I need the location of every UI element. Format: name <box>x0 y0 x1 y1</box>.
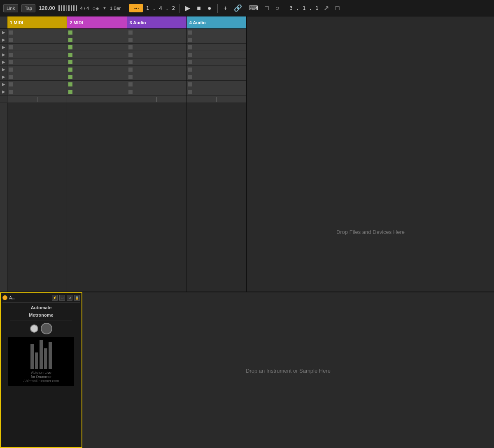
key-map-button[interactable]: ⌨ <box>247 3 260 13</box>
clip-icon <box>68 30 72 35</box>
clip-slot-2-9[interactable] <box>67 88 126 96</box>
clip-slot-3-2[interactable] <box>127 36 186 44</box>
clip-icon <box>128 68 133 72</box>
track-header-4[interactable]: 4 Audio <box>187 16 247 28</box>
metro-indicator <box>58 5 77 11</box>
play-button[interactable]: ▶ <box>184 3 192 13</box>
clip-slot-1-5[interactable] <box>7 58 67 66</box>
scene-arrow-10[interactable] <box>0 96 7 103</box>
drum-text-2: for Drummer <box>31 375 52 379</box>
device-icon-4[interactable]: 🔒 <box>74 295 80 301</box>
clip-slot-4-1[interactable] <box>187 29 246 36</box>
clip-slot-3-3[interactable] <box>127 44 186 51</box>
device-power-btn[interactable] <box>2 295 7 300</box>
clip-slot-3-1[interactable] <box>127 29 186 36</box>
device-circle-btn-1[interactable] <box>30 324 38 333</box>
scene-arrow-3[interactable]: ▶ <box>0 44 7 51</box>
clip-slot-1-1[interactable] <box>7 29 67 36</box>
record-button[interactable]: ● <box>206 4 213 13</box>
add-button[interactable]: + <box>222 4 229 13</box>
scene-arrow-7[interactable]: ▶ <box>0 73 7 81</box>
clip-icon <box>68 60 72 64</box>
clip-icon <box>9 53 13 57</box>
clip-slot-3-9[interactable] <box>127 88 186 96</box>
clip-slot-1-7[interactable] <box>7 73 67 81</box>
clip-slot-1-3[interactable] <box>7 44 67 51</box>
clip-slot-3-7[interactable] <box>127 73 186 81</box>
clip-slot-1-10[interactable] <box>7 96 67 103</box>
loop-len-button[interactable]: ▼ <box>103 6 107 10</box>
metro-bar-6 <box>71 5 72 11</box>
scene-arrow-4[interactable]: ▶ <box>0 51 7 58</box>
device-icon-3[interactable]: ⊘ <box>67 295 72 301</box>
scene-arrow-6[interactable]: ▶ <box>0 66 7 73</box>
clip-slot-2-2[interactable] <box>67 36 126 44</box>
clip-slot-4-3[interactable] <box>187 44 246 51</box>
clip-slot-2-1[interactable] <box>67 29 126 36</box>
device-panel: A... ⚡ □ ⊘ 🔒 Automate Metronome <box>0 292 82 448</box>
clip-slot-2-10[interactable] <box>67 96 126 103</box>
clip-icon <box>9 75 13 79</box>
drum-text-3: AbletonDrummer.com <box>23 379 59 383</box>
track-header-1[interactable]: 1 MIDI <box>7 16 67 28</box>
clip-icon <box>128 60 133 64</box>
clip-slot-2-5[interactable] <box>67 58 126 66</box>
clip-slot-3-10[interactable] <box>127 96 186 103</box>
position-display-2: 3 . 1 . 1 <box>289 5 318 11</box>
clip-slot-1-8[interactable] <box>7 81 67 88</box>
clip-icon <box>188 60 192 64</box>
clip-slot-4-6[interactable] <box>187 66 246 73</box>
clip-slot-3-5[interactable] <box>127 58 186 66</box>
clip-slot-3-8[interactable] <box>127 81 186 88</box>
automation-btn[interactable]: ○ <box>274 4 281 13</box>
track-header-3[interactable]: 3 Audio <box>127 16 187 28</box>
clip-slot-2-8[interactable] <box>67 81 126 88</box>
clip-slot-4-7[interactable] <box>187 73 246 81</box>
tap-button[interactable]: Tap <box>21 4 35 12</box>
clip-icon <box>68 68 72 72</box>
clip-slot-4-9[interactable] <box>187 88 246 96</box>
separator-4 <box>285 4 285 13</box>
clip-slot-1-6[interactable] <box>7 66 67 73</box>
clip-slot-1-4[interactable] <box>7 51 67 58</box>
follow-btn[interactable]: →· <box>129 4 143 12</box>
clip-slot-3-6[interactable] <box>127 66 186 73</box>
scene-arrow-9[interactable]: ▶ <box>0 88 7 96</box>
clip-slot-3-4[interactable] <box>127 51 186 58</box>
clip-line <box>37 97 37 102</box>
clip-slot-2-7[interactable] <box>67 73 126 81</box>
clip-slot-2-4[interactable] <box>67 51 126 58</box>
toolbar: Link Tap 120.00 4 / 4 ○● ▼ 1 Bar →· 1 . … <box>0 0 494 16</box>
scene-arrow-8[interactable]: ▶ <box>0 81 7 88</box>
clip-slot-4-2[interactable] <box>187 36 246 44</box>
punch-btn[interactable]: □ <box>334 4 341 13</box>
scene-arrow-1[interactable]: ▶ <box>0 29 7 36</box>
clip-slot-4-8[interactable] <box>187 81 246 88</box>
clip-slot-4-4[interactable] <box>187 51 246 58</box>
clip-icon <box>128 90 133 94</box>
stop-button[interactable]: ■ <box>195 4 203 13</box>
link-button[interactable]: Link <box>3 4 18 12</box>
clip-slot-4-10[interactable] <box>187 96 246 103</box>
clip-slot-2-6[interactable] <box>67 66 126 73</box>
device-controls <box>30 323 52 334</box>
scene-arrow-2[interactable]: ▶ <box>0 36 7 44</box>
loop-icon-btn[interactable]: ↗ <box>322 3 331 13</box>
clip-slot-2-3[interactable] <box>67 44 126 51</box>
macro-btn[interactable]: □ <box>263 4 270 13</box>
device-icon-2[interactable]: □ <box>59 295 65 301</box>
scene-arrow-5[interactable]: ▶ <box>0 58 7 66</box>
record-circle: ○● <box>92 5 99 12</box>
clip-slot-1-9[interactable] <box>7 88 67 96</box>
loop-len[interactable]: 1 Bar <box>110 6 121 11</box>
drop-zone-instrument[interactable]: Drop an Instrument or Sample Here <box>82 292 494 448</box>
clip-slot-4-5[interactable] <box>187 58 246 66</box>
clip-slot-1-2[interactable] <box>7 36 67 44</box>
clip-icon <box>68 45 72 49</box>
clip-icon <box>188 45 192 49</box>
midi-key-button[interactable]: 🔗 <box>232 3 244 13</box>
device-circle-btn-2[interactable] <box>41 323 52 334</box>
clip-icon <box>68 38 72 42</box>
track-header-2[interactable]: 2 MIDI <box>67 16 127 28</box>
device-icon-1[interactable]: ⚡ <box>52 295 58 301</box>
